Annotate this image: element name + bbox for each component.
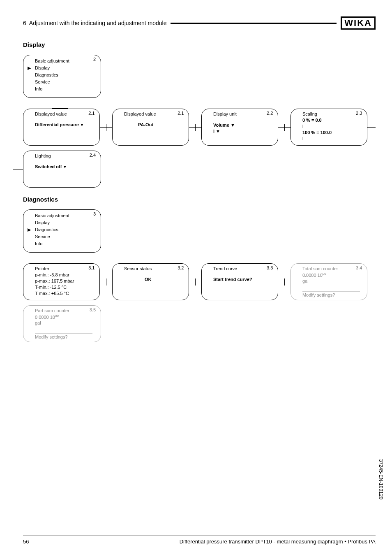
badge: 2.2 bbox=[267, 111, 273, 116]
box-value: Differential pressure bbox=[35, 122, 84, 127]
menu-item: Info bbox=[35, 240, 69, 247]
box-value: 0 % = 0.0 l 100 % = 100.0 l bbox=[302, 117, 332, 142]
menu-item-selected: ▶Display bbox=[35, 65, 69, 72]
connector bbox=[13, 305, 23, 342]
badge: 3 bbox=[93, 211, 96, 216]
menu-item: Info bbox=[35, 86, 69, 93]
box-title: Display unit bbox=[213, 111, 237, 116]
displayed-value-box: 2.1 Displayed value Differential pressur… bbox=[23, 109, 100, 146]
document-number: 37245-EN-100120 bbox=[378, 459, 384, 499]
displayed-value-pa-box: 2.1 Displayed value PA-Out bbox=[112, 109, 189, 146]
box-lines: p-min.: -5.8 mbar p-max.: 167.5 mbar T-m… bbox=[35, 272, 74, 297]
pointer-box: 3.1 Pointer p-min.: -5.8 mbar p-max.: 16… bbox=[23, 263, 100, 300]
diagnostics-diagram: 3 Basic adjustment Display ▶Diagnostics … bbox=[23, 209, 376, 342]
menu-item: Basic adjustment bbox=[35, 212, 69, 219]
box-title: Displayed value bbox=[124, 111, 156, 116]
connector bbox=[189, 109, 201, 146]
box-title: Trend curve bbox=[213, 266, 237, 271]
trend-curve-box: 3.3 Trend curve Start trend curve? bbox=[201, 263, 278, 300]
header-rule bbox=[171, 23, 337, 24]
connector bbox=[367, 282, 376, 282]
display-diagram: 2 Basic adjustment ▶Display Diagnostics … bbox=[23, 55, 376, 188]
connector bbox=[13, 151, 23, 188]
scaling-box: 2.3 Scaling 0 % = 0.0 l 100 % = 100.0 l bbox=[291, 109, 367, 146]
connector bbox=[189, 263, 201, 300]
counter-value: 0.0000 1000 bbox=[35, 314, 59, 320]
part-sum-counter-box: 3.5 Part sum counter 0.0000 1000 gal Mod… bbox=[23, 305, 101, 342]
box-value: Switched off bbox=[35, 164, 67, 169]
box-value: OK bbox=[145, 277, 152, 282]
connector bbox=[278, 263, 291, 300]
badge: 2.4 bbox=[90, 153, 96, 158]
badge: 3.2 bbox=[178, 265, 184, 270]
modify-settings: Modify settings? bbox=[35, 333, 92, 339]
modify-settings: Modify settings? bbox=[302, 291, 360, 297]
menu-item: Service bbox=[35, 233, 69, 240]
box-value: Start trend curve? bbox=[213, 277, 252, 282]
menu-item: Basic adjustment bbox=[35, 58, 69, 65]
display-section-title: Display bbox=[23, 41, 376, 48]
box-title: Pointer bbox=[35, 266, 49, 271]
badge: 3.4 bbox=[356, 265, 362, 270]
display-menu-box: 2 Basic adjustment ▶Display Diagnostics … bbox=[23, 55, 101, 98]
counter-unit: gal bbox=[35, 320, 41, 325]
wika-logo: WIKA bbox=[341, 16, 376, 30]
menu-item: Display bbox=[35, 219, 69, 226]
connector bbox=[100, 109, 112, 146]
box-title: Sensor status bbox=[124, 266, 152, 271]
box-title: Part sum counter bbox=[35, 308, 69, 313]
badge: 3.3 bbox=[267, 265, 273, 270]
chapter-title: Adjustment with the indicating and adjus… bbox=[29, 20, 167, 26]
box-title: Lighting bbox=[35, 153, 51, 158]
box-title: Displayed value bbox=[35, 111, 67, 116]
badge: 3.5 bbox=[90, 307, 96, 312]
counter-value: 0.0000 1000 bbox=[302, 272, 326, 278]
sensor-status-box: 3.2 Sensor status OK bbox=[112, 263, 189, 300]
badge: 2.1 bbox=[178, 111, 184, 116]
footer-text: Differential pressure transmitter DPT10 … bbox=[180, 538, 376, 545]
connector bbox=[367, 127, 376, 128]
diagnostics-menu-box: 3 Basic adjustment Display ▶Diagnostics … bbox=[23, 209, 101, 253]
connector bbox=[23, 103, 101, 109]
box-title: Scaling bbox=[302, 111, 317, 116]
display-unit-box: 2.2 Display unit Volume ▼ l ▼ bbox=[201, 109, 278, 146]
chapter-heading: 6 Adjustment with the indicating and adj… bbox=[23, 20, 169, 26]
badge: 2.1 bbox=[88, 111, 95, 116]
lighting-box: 2.4 Lighting Switched off bbox=[23, 151, 101, 188]
pointer-icon: ▶ bbox=[28, 226, 31, 233]
badge: 2.3 bbox=[356, 111, 362, 116]
pointer-icon: ▶ bbox=[28, 65, 31, 72]
box-value: PA-Out bbox=[138, 122, 153, 127]
page-number: 56 bbox=[23, 538, 29, 545]
menu-item: Diagnostics bbox=[35, 72, 69, 79]
box-value: Volume ▼ l ▼ bbox=[213, 122, 235, 135]
connector bbox=[100, 263, 112, 300]
chapter-number: 6 bbox=[23, 20, 26, 26]
connector bbox=[23, 258, 101, 263]
connector bbox=[278, 109, 291, 146]
badge: 2 bbox=[93, 57, 96, 62]
counter-unit: gal bbox=[302, 278, 309, 283]
page-footer: 56 Differential pressure transmitter DPT… bbox=[23, 536, 376, 545]
menu-item-selected: ▶Diagnostics bbox=[35, 226, 69, 233]
page-header: 6 Adjustment with the indicating and adj… bbox=[23, 16, 376, 30]
menu-item: Service bbox=[35, 79, 69, 86]
total-sum-counter-box: 3.4 Total sum counter 0.0000 1000 gal Mo… bbox=[291, 263, 367, 300]
box-title: Total sum counter bbox=[302, 266, 338, 271]
badge: 3.1 bbox=[88, 265, 95, 270]
diagnostics-section-title: Diagnostics bbox=[23, 196, 376, 203]
